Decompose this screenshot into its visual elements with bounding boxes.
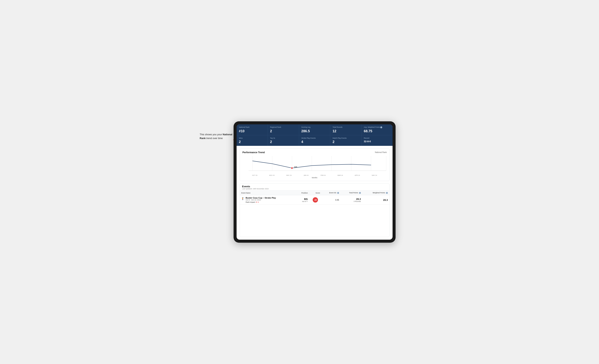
golf-bag-icon: 🏌️	[241, 197, 245, 200]
stat-avg-weighted-points: Avg. Weighted Pointsi 68.75	[361, 124, 393, 135]
event-info: Buster Cozy Cup – Stroke Play Oct 9 - Oc…	[246, 197, 276, 203]
events-title: Events	[242, 185, 387, 188]
col-event-sg: Event SG i	[322, 191, 341, 195]
x-label-oct23: OCT 23	[246, 175, 263, 176]
chart-svg: #10	[242, 155, 387, 174]
event-sg-value: 0.45	[322, 195, 341, 205]
event-sg-info-icon: i	[337, 192, 339, 194]
stat-top3s: Top 3s 2	[268, 135, 299, 146]
event-name-cell: 🏌️ Buster Cozy Cup – Stroke Play Oct 9 -…	[240, 195, 296, 205]
x-label-feb24: FEB 24	[315, 175, 332, 176]
events-header: Events Last updated: 24th November 2023	[240, 184, 389, 191]
x-label-nov23: NOV 23	[263, 175, 281, 176]
total-points-value: 28.3 3 Rounds	[341, 195, 362, 205]
stats-grid: National Rank #10 Regional Rank 2 Scorin…	[237, 124, 393, 146]
chart-area: #10	[242, 155, 387, 174]
table-row: 🏌️ Buster Cozy Cup – Stroke Play Oct 9 -…	[240, 195, 389, 205]
svg-text:#10: #10	[294, 166, 297, 168]
events-section: Events Last updated: 24th November 2023 …	[240, 183, 389, 237]
col-score: Score	[309, 191, 322, 195]
stat-scoring-avg: Scoring Avg. 286.5	[299, 124, 330, 135]
annotation-text: This shows you your National Rank trend …	[200, 133, 236, 140]
stat-wins: Wins 2	[237, 135, 268, 146]
stat-national-rank: National Rank #10	[237, 124, 268, 135]
chart-x-labels: OCT 23 NOV 23 DEC 23 JAN 24 FEB 24 MAR 2…	[242, 175, 387, 176]
svg-point-10	[291, 167, 293, 169]
stat-regional-rank: Regional Rank 2	[268, 124, 299, 135]
col-position: Position	[296, 191, 309, 195]
event-date: Oct 9 - Oct 10, 2023	[246, 199, 276, 201]
event-name-text: Buster Cozy Cup – Stroke Play	[246, 197, 276, 199]
stat-total-rounds: Total Rounds 12	[330, 124, 361, 135]
x-label-may24: MAY 24	[366, 175, 383, 176]
stat-match-play-events: Match Play Events 2	[330, 135, 361, 146]
stat-record: Record 32-8-0	[361, 135, 393, 146]
score-badge: -22	[313, 197, 318, 203]
weighted-points-info-icon: i	[386, 192, 388, 194]
x-label-jan24: JAN 24	[297, 175, 315, 176]
events-last-updated: Last updated: 24th November 2023	[242, 188, 387, 190]
scene: This shows you your National Rank trend …	[200, 121, 399, 243]
table-header-row: Event Name Position Score Event SG i Tot…	[240, 191, 389, 195]
content-area: Performance Trend National Rank	[237, 146, 393, 240]
weighted-points-value: 28.3	[362, 195, 389, 205]
total-points-info-icon: i	[359, 192, 361, 194]
col-weighted-points: Weighted Points i	[362, 191, 389, 195]
chart-section: Performance Trend National Rank	[240, 149, 389, 181]
tablet-screen: National Rank #10 Regional Rank 2 Scorin…	[237, 124, 393, 240]
x-label-apr24: APR 24	[349, 175, 366, 176]
chart-title: Performance Trend	[242, 151, 265, 154]
events-table: Event Name Position Score Event SG i Tot…	[240, 191, 389, 205]
event-rank-impact: Rank Impact: 3 ▼	[246, 201, 276, 203]
x-label-dec23: DEC 23	[281, 175, 298, 176]
event-position: 6th out of 7	[296, 195, 309, 205]
event-score: -22	[309, 195, 322, 205]
chart-subtitle: National Rank	[375, 151, 387, 153]
col-event-name: Event Name	[240, 191, 296, 195]
chart-header: Performance Trend National Rank	[242, 151, 387, 154]
x-label-mar24: MAR 24	[332, 175, 349, 176]
info-icon: i	[380, 126, 382, 128]
tablet-frame: National Rank #10 Regional Rank 2 Scorin…	[234, 121, 396, 243]
event-name-inner: 🏌️ Buster Cozy Cup – Stroke Play Oct 9 -…	[241, 197, 294, 203]
chart-x-axis-title: Months	[242, 177, 387, 179]
col-total-points: Total Points i	[341, 191, 362, 195]
stat-stroke-play-events: Stroke Play Events 4	[299, 135, 330, 146]
